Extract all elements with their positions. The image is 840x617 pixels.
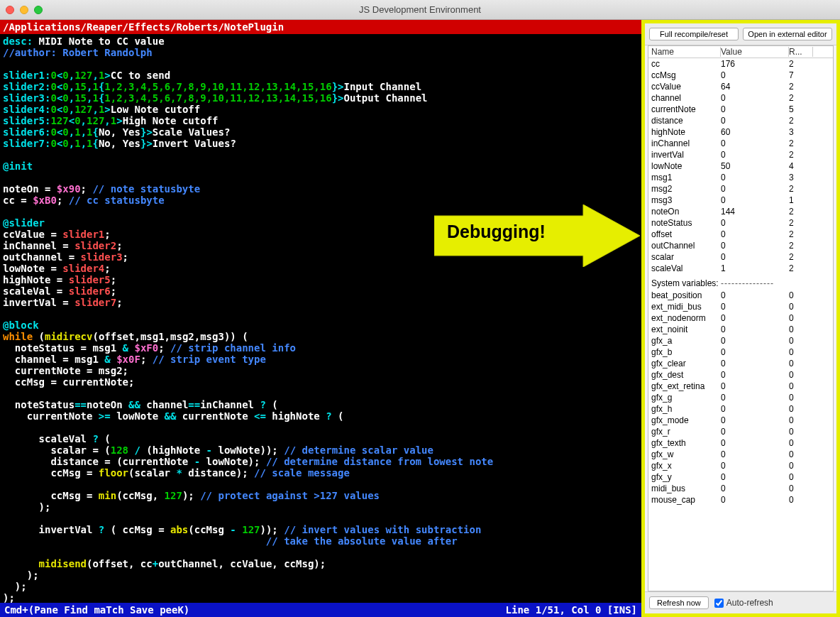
table-row[interactable]: gfx_y00 bbox=[648, 471, 833, 483]
table-row[interactable]: ccMsg07 bbox=[648, 70, 833, 81]
table-row[interactable]: beat_position00 bbox=[648, 290, 833, 301]
table-row[interactable]: gfx_clear00 bbox=[648, 358, 833, 369]
table-row[interactable]: distance02 bbox=[648, 115, 833, 126]
table-row[interactable]: scaleVal12 bbox=[648, 263, 833, 274]
table-row[interactable]: currentNote05 bbox=[648, 104, 833, 115]
refresh-button[interactable]: Refresh now bbox=[649, 596, 709, 609]
col-name[interactable]: Name bbox=[651, 47, 721, 57]
sysvars-divider: System variables: --------------- bbox=[648, 274, 833, 290]
table-row[interactable]: gfx_texth00 bbox=[648, 437, 833, 449]
table-row[interactable]: ccValue642 bbox=[648, 81, 833, 92]
window-title: JS Development Environment bbox=[0, 4, 840, 15]
table-row[interactable]: offset02 bbox=[648, 229, 833, 240]
recompile-button[interactable]: Full recompile/reset bbox=[649, 28, 739, 40]
status-right: Line 1/51, Col 0 [INS] bbox=[506, 604, 637, 616]
table-row[interactable]: midi_bus00 bbox=[648, 483, 833, 494]
table-row[interactable]: msg202 bbox=[648, 183, 833, 195]
table-row[interactable]: cc1762 bbox=[648, 58, 833, 70]
table-row[interactable]: mouse_cap00 bbox=[648, 494, 833, 506]
table-row[interactable]: msg301 bbox=[648, 195, 833, 206]
table-row[interactable]: gfx_x00 bbox=[648, 460, 833, 471]
close-icon[interactable] bbox=[6, 6, 14, 14]
titlebar: JS Development Environment bbox=[0, 0, 840, 20]
table-row[interactable]: gfx_h00 bbox=[648, 403, 833, 415]
table-row[interactable]: ext_nodenorm00 bbox=[648, 312, 833, 324]
table-row[interactable]: gfx_b00 bbox=[648, 346, 833, 358]
minimize-icon[interactable] bbox=[20, 6, 28, 14]
table-row[interactable]: lowNote504 bbox=[648, 160, 833, 172]
table-row[interactable]: gfx_w00 bbox=[648, 449, 833, 460]
table-row[interactable]: gfx_mode00 bbox=[648, 415, 833, 426]
auto-refresh-input[interactable] bbox=[714, 599, 724, 608]
table-row[interactable]: scalar02 bbox=[648, 251, 833, 263]
debug-panel: Full recompile/reset Open in external ed… bbox=[641, 20, 840, 617]
table-row[interactable]: invertVal02 bbox=[648, 149, 833, 160]
zoom-icon[interactable] bbox=[34, 6, 43, 14]
table-row[interactable]: msg103 bbox=[648, 172, 833, 183]
table-row[interactable]: gfx_ext_retina00 bbox=[648, 381, 833, 392]
debug-toolbar: Full recompile/reset Open in external ed… bbox=[645, 23, 836, 45]
table-row[interactable]: outChannel02 bbox=[648, 240, 833, 251]
table-row[interactable]: ext_noinit00 bbox=[648, 324, 833, 335]
table-row[interactable]: noteOn1442 bbox=[648, 206, 833, 217]
status-left: Cmd+(Pane Find maTch Save peeK) bbox=[4, 604, 189, 616]
table-row[interactable]: highNote603 bbox=[648, 126, 833, 138]
open-external-button[interactable]: Open in external editor bbox=[743, 28, 832, 40]
table-row[interactable]: gfx_r00 bbox=[648, 426, 833, 437]
editor-pane: /Applications/Reaper/Effects/Roberts/Not… bbox=[0, 20, 641, 617]
table-row[interactable]: ext_midi_bus00 bbox=[648, 301, 833, 312]
traffic-lights bbox=[6, 6, 43, 14]
file-path-bar: /Applications/Reaper/Effects/Roberts/Not… bbox=[0, 20, 641, 34]
table-header: Name Value R... bbox=[648, 46, 833, 58]
table-row[interactable]: noteStatus02 bbox=[648, 217, 833, 229]
code-editor[interactable]: desc: MIDI Note to CC value //author: Ro… bbox=[0, 34, 641, 603]
auto-refresh-checkbox[interactable]: Auto-refresh bbox=[714, 598, 773, 608]
status-bar: Cmd+(Pane Find maTch Save peeK) Line 1/5… bbox=[0, 603, 641, 617]
table-row[interactable]: gfx_dest00 bbox=[648, 369, 833, 381]
table-row[interactable]: gfx_g00 bbox=[648, 392, 833, 403]
table-row[interactable]: inChannel02 bbox=[648, 138, 833, 149]
col-value[interactable]: Value bbox=[721, 47, 789, 57]
variable-table[interactable]: Name Value R... cc1762ccMsg07ccValue642c… bbox=[648, 45, 834, 591]
col-r[interactable]: R... bbox=[789, 47, 813, 57]
table-row[interactable]: channel02 bbox=[648, 92, 833, 104]
table-row[interactable]: gfx_a00 bbox=[648, 335, 833, 346]
debug-footer: Refresh now Auto-refresh bbox=[645, 591, 836, 613]
